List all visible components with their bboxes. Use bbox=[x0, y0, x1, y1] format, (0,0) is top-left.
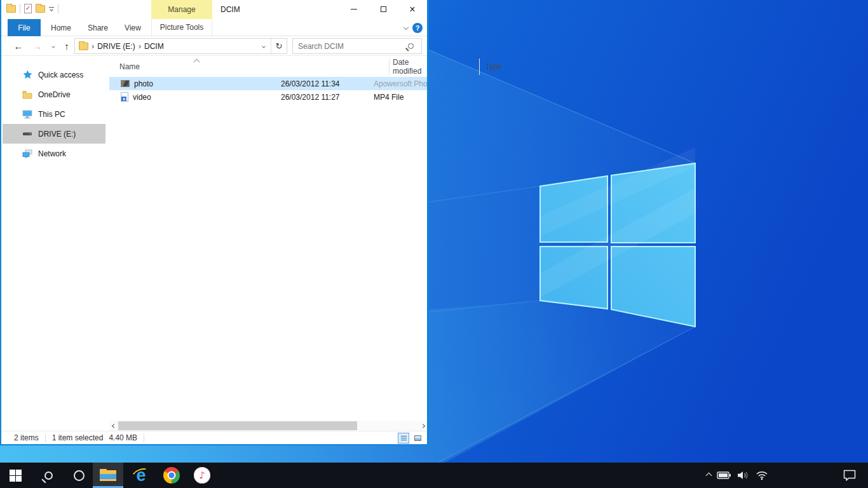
file-explorer-window: ✓ Manage DCIM × File Home Share View Pic… bbox=[0, 0, 429, 445]
chrome-icon bbox=[163, 467, 180, 484]
ribbon-tab-row: File Home Share View Picture Tools ? bbox=[1, 19, 427, 36]
close-icon: × bbox=[409, 4, 415, 15]
windows-start-icon bbox=[10, 470, 22, 482]
title-bar[interactable]: ✓ Manage DCIM × bbox=[1, 0, 427, 19]
address-dropdown-icon[interactable] bbox=[257, 45, 271, 48]
refresh-icon[interactable]: ↻ bbox=[271, 41, 287, 51]
file-row-photo[interactable]: photo 26/03/2012 11:34 Apowersoft Pho bbox=[109, 77, 427, 90]
column-header-type[interactable]: Type bbox=[485, 58, 502, 75]
file-rows: photo 26/03/2012 11:34 Apowersoft Pho vi… bbox=[109, 77, 427, 104]
window-title: DCIM bbox=[220, 5, 240, 14]
onedrive-folder-icon bbox=[22, 90, 32, 100]
toolbar-separator bbox=[58, 4, 58, 13]
file-type: MP4 File bbox=[374, 93, 427, 102]
folder-icon[interactable] bbox=[6, 5, 16, 13]
breadcrumb-current-folder[interactable]: DCIM bbox=[144, 42, 164, 51]
internet-explorer-icon: e bbox=[132, 466, 151, 484]
selection-info: 1 item selected bbox=[52, 433, 104, 442]
window-controls: × bbox=[339, 0, 427, 18]
address-bar[interactable]: › DRIVE (E:) › DCIM ↻ bbox=[74, 38, 287, 54]
quick-access-star-icon bbox=[22, 70, 32, 80]
this-pc-monitor-icon bbox=[22, 109, 32, 119]
scrollbar-thumb[interactable] bbox=[118, 421, 357, 430]
desktop: ✓ Manage DCIM × File Home Share View Pic… bbox=[0, 0, 868, 488]
scroll-left-icon[interactable] bbox=[109, 421, 118, 431]
battery-icon[interactable] bbox=[717, 471, 731, 480]
scroll-right-icon[interactable] bbox=[418, 421, 427, 431]
breadcrumb-separator-icon: › bbox=[92, 43, 94, 50]
network-computers-icon bbox=[22, 149, 32, 159]
search-input[interactable] bbox=[293, 42, 408, 51]
minimize-button[interactable] bbox=[339, 0, 369, 18]
sidebar-item-label: Quick access bbox=[38, 71, 83, 79]
details-view-icon bbox=[401, 436, 407, 441]
cortana-button[interactable] bbox=[64, 463, 94, 488]
recent-locations-icon[interactable] bbox=[48, 36, 58, 56]
tab-view[interactable]: View bbox=[118, 19, 147, 36]
file-date: 26/03/2012 11:34 bbox=[281, 79, 374, 88]
file-explorer-taskbar-button[interactable] bbox=[93, 463, 123, 488]
mp4-file-icon bbox=[121, 92, 128, 102]
sidebar-item-network[interactable]: Network bbox=[1, 144, 108, 163]
usb-drive-icon bbox=[22, 129, 32, 139]
sidebar-item-label: OneDrive bbox=[38, 90, 71, 99]
search-icon[interactable] bbox=[408, 43, 414, 49]
column-headers: Name Date modified Type bbox=[109, 58, 427, 75]
customize-quick-access-toolbar-icon[interactable] bbox=[49, 7, 54, 11]
item-count: 2 items bbox=[14, 433, 39, 442]
thumbnails-view-icon bbox=[414, 435, 421, 441]
tab-file[interactable]: File bbox=[8, 19, 41, 36]
tab-share[interactable]: Share bbox=[83, 19, 113, 36]
file-type: Apowersoft Pho bbox=[374, 79, 427, 88]
photo-thumbnail-icon bbox=[121, 80, 130, 87]
itunes-button[interactable]: ♪ bbox=[187, 463, 217, 488]
file-name: video bbox=[133, 93, 151, 102]
maximize-button[interactable] bbox=[369, 0, 398, 18]
horizontal-scrollbar[interactable] bbox=[109, 421, 427, 431]
column-divider[interactable] bbox=[389, 58, 390, 75]
tab-home[interactable]: Home bbox=[46, 19, 76, 36]
search-box[interactable] bbox=[292, 38, 422, 54]
action-center-button[interactable] bbox=[840, 463, 859, 488]
up-icon[interactable]: ↑ bbox=[60, 36, 74, 56]
breadcrumb-separator-icon: › bbox=[139, 43, 141, 50]
properties-icon[interactable]: ✓ bbox=[24, 4, 32, 13]
sidebar-item-drive-e[interactable]: DRIVE (E:) bbox=[3, 124, 105, 144]
maximize-icon bbox=[381, 6, 386, 12]
sidebar-item-quick-access[interactable]: Quick access bbox=[1, 65, 108, 85]
file-list-pane: Name Date modified Type photo 26/03/2012… bbox=[109, 56, 427, 421]
minimize-icon bbox=[351, 9, 357, 10]
internet-explorer-button[interactable]: e bbox=[126, 463, 156, 488]
file-row-video[interactable]: video 26/03/2012 11:27 MP4 File bbox=[109, 90, 427, 104]
breadcrumb-drive[interactable]: DRIVE (E:) bbox=[97, 42, 135, 51]
quick-access-toolbar: ✓ bbox=[6, 4, 58, 13]
sidebar-item-this-pc[interactable]: This PC bbox=[1, 104, 108, 124]
hidden-icons-chevron-icon[interactable] bbox=[706, 472, 712, 478]
sidebar-item-onedrive[interactable]: OneDrive bbox=[1, 85, 108, 104]
close-button[interactable]: × bbox=[398, 0, 427, 18]
column-header-date-modified[interactable]: Date modified bbox=[393, 58, 427, 75]
new-folder-icon[interactable] bbox=[36, 5, 45, 13]
file-name: photo bbox=[134, 79, 153, 88]
navigation-pane: Quick access OneDrive This PC DRIVE (E:) bbox=[1, 56, 108, 421]
status-bar: 2 items 1 item selected 4.40 MB bbox=[1, 431, 427, 444]
details-view-button[interactable] bbox=[398, 433, 409, 444]
thumbnails-view-button[interactable] bbox=[412, 433, 423, 444]
expand-ribbon-icon[interactable] bbox=[403, 25, 409, 30]
column-header-name[interactable]: Name bbox=[119, 58, 140, 75]
start-button[interactable] bbox=[0, 463, 31, 488]
contextual-tab-group[interactable]: Manage bbox=[151, 0, 212, 19]
back-icon[interactable]: ← bbox=[11, 36, 25, 56]
forward-icon[interactable]: → bbox=[31, 36, 44, 56]
help-icon[interactable]: ? bbox=[412, 23, 423, 33]
wifi-icon[interactable] bbox=[756, 470, 768, 480]
file-date: 26/03/2012 11:27 bbox=[281, 93, 374, 102]
taskbar-search-button[interactable] bbox=[33, 463, 64, 488]
sidebar-item-label: Network bbox=[38, 149, 66, 158]
navigation-bar: ← → ↑ › DRIVE (E:) › DCIM ↻ bbox=[1, 36, 427, 56]
sidebar-item-label: This PC bbox=[38, 110, 65, 119]
chrome-button[interactable] bbox=[156, 463, 187, 488]
tab-picture-tools[interactable]: Picture Tools bbox=[151, 19, 212, 36]
column-divider[interactable] bbox=[479, 58, 480, 75]
volume-icon[interactable] bbox=[737, 470, 750, 480]
